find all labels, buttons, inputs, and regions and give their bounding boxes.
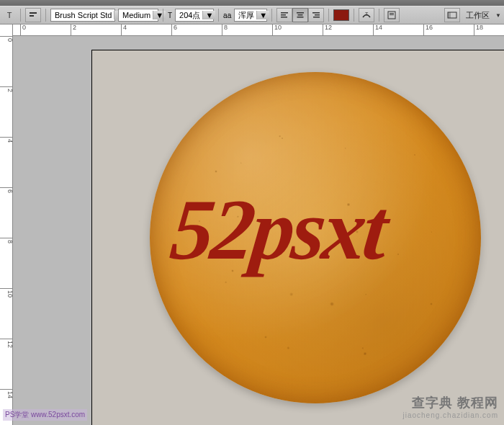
svg-rect-6 [298, 14, 303, 16]
workspace-label: 工作区 [463, 10, 492, 21]
separator [271, 9, 272, 22]
options-bar: T Brush Script Std ▼ Medium ▼ T 204点 ▼ a… [0, 6, 504, 24]
separator [328, 9, 329, 22]
svg-rect-0 [30, 12, 37, 14]
text-layer[interactable]: 52psxt [166, 180, 390, 279]
svg-rect-2 [281, 12, 288, 14]
dropdown-arrow-icon: ▼ [153, 11, 166, 19]
separator [218, 9, 219, 22]
ruler-mark: 16 [423, 24, 433, 36]
vertical-ruler: 0 2 4 6 8 10 12 14 [0, 24, 13, 425]
svg-rect-14 [390, 14, 394, 15]
ruler-mark: 14 [373, 24, 382, 36]
ruler-mark: 4 [0, 137, 13, 143]
ruler-mark: 2 [0, 86, 13, 92]
watermark-url: jiaocheng.chazidian.com [402, 411, 498, 419]
type-tool-icon: T [3, 9, 16, 22]
separator [163, 9, 163, 22]
watermark-right: 查字典 教程网 jiaocheng.chazidian.com [402, 394, 498, 419]
ruler-mark: 8 [222, 24, 228, 36]
font-weight-value: Medium [120, 11, 153, 19]
svg-rect-13 [390, 13, 394, 14]
orientation-toggle[interactable] [25, 8, 41, 22]
svg-rect-10 [313, 17, 320, 18]
ruler-mark: 12 [0, 339, 13, 348]
align-center-button[interactable] [292, 8, 308, 22]
warp-text-button[interactable]: T [359, 8, 374, 22]
horizontal-ruler: 0 2 4 6 8 10 12 14 16 18 [13, 24, 504, 36]
font-size-icon: T [168, 12, 172, 19]
watermark-title: 查字典 教程网 [402, 394, 498, 411]
ruler-mark: 6 [171, 24, 177, 36]
ruler-mark: 10 [272, 24, 282, 36]
font-size-value: 204点 [177, 10, 202, 21]
ruler-mark: 10 [0, 288, 13, 298]
ruler-mark: 4 [121, 24, 127, 36]
svg-rect-1 [30, 15, 34, 17]
character-panel-button[interactable] [384, 8, 400, 22]
dropdown-arrow-icon: ▼ [202, 11, 215, 19]
ruler-mark: 8 [0, 238, 13, 243]
separator [20, 9, 21, 22]
separator [45, 9, 46, 22]
antialias-label: aa [223, 12, 231, 19]
font-weight-select[interactable]: Medium ▼ [118, 9, 158, 22]
svg-rect-8 [312, 12, 320, 14]
font-family-select[interactable]: Brush Script Std ▼ [50, 9, 115, 22]
svg-rect-9 [315, 14, 320, 16]
svg-rect-16 [448, 12, 451, 18]
svg-rect-7 [297, 17, 304, 18]
ruler-mark: 18 [474, 24, 483, 36]
ruler-mark: 14 [0, 389, 13, 398]
dropdown-arrow-icon: ▼ [256, 11, 269, 19]
font-family-value: Brush Script Std [53, 11, 114, 19]
align-group [276, 8, 324, 22]
workspace-icon[interactable] [444, 8, 460, 22]
separator [354, 9, 354, 22]
align-right-button[interactable] [308, 8, 324, 22]
workspace-dropdown-icon[interactable]: ▼ [495, 12, 501, 19]
canvas-area[interactable]: 52psxt [13, 36, 504, 425]
ruler-mark: 2 [71, 24, 76, 36]
ruler-mark: 12 [323, 24, 332, 36]
text-color-swatch[interactable] [333, 9, 349, 21]
antialias-select[interactable]: 浑厚 ▼ [234, 9, 267, 22]
watermark-left: PS学堂 www.52psxt.com [3, 409, 87, 421]
svg-text:T: T [365, 12, 369, 17]
align-left-button[interactable] [276, 8, 292, 22]
separator [379, 9, 379, 22]
menu-bar [0, 0, 504, 6]
svg-rect-3 [281, 14, 286, 16]
ruler-mark: 0 [20, 24, 26, 36]
antialias-value: 浑厚 [236, 10, 256, 21]
document[interactable]: 52psxt [92, 50, 504, 425]
ruler-mark: 6 [0, 187, 13, 193]
ruler-mark: 0 [0, 36, 13, 42]
svg-rect-5 [297, 12, 304, 14]
font-size-select[interactable]: 204点 ▼ [175, 9, 214, 22]
svg-rect-4 [281, 17, 287, 18]
